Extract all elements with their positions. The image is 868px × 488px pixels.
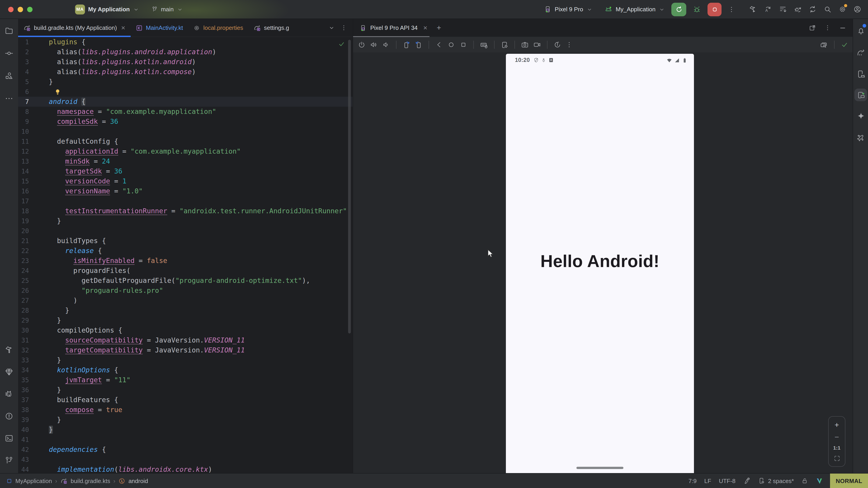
build-tool-button[interactable]	[0, 341, 18, 358]
notifications-tool-button[interactable]	[853, 23, 868, 39]
debug-button[interactable]	[692, 5, 701, 13]
apply-changes-icon[interactable]	[778, 5, 787, 13]
code-line[interactable]: 19 }	[18, 216, 352, 226]
terminal-tool-button[interactable]	[0, 430, 18, 447]
indent-widget[interactable]: 2 spaces*	[758, 477, 794, 484]
code-line[interactable]: 41	[18, 435, 352, 445]
apply-code-changes-icon[interactable]: A	[764, 5, 772, 13]
code-line[interactable]: 16 versionName = "1.0"	[18, 186, 352, 196]
close-window-button[interactable]	[8, 6, 13, 12]
project-tool-button[interactable]	[0, 23, 18, 39]
tab-options-kebab-icon[interactable]	[340, 24, 347, 31]
rotate-left-icon[interactable]	[402, 41, 410, 49]
highlighting-pen-icon[interactable]	[743, 477, 750, 484]
code-line[interactable]: 42dependencies {	[18, 445, 352, 455]
back-button-icon[interactable]	[435, 41, 443, 49]
code-line[interactable]: 37 buildFeatures {	[18, 395, 352, 405]
device-tab-pixel9[interactable]: Pixel 9 Pro API 34 ✕	[353, 19, 432, 37]
inspections-ok-icon[interactable]	[338, 41, 345, 47]
zoom-out-button[interactable]: −	[835, 433, 839, 441]
search-everywhere-icon[interactable]	[823, 5, 832, 13]
minimize-window-button[interactable]	[18, 6, 23, 12]
code-line[interactable]: 21 buildTypes {	[18, 236, 352, 246]
ideavim-icon[interactable]	[816, 477, 823, 484]
code-line[interactable]: 13 minSdk = 24	[18, 156, 352, 166]
code-line[interactable]: 28 }	[18, 305, 352, 315]
code-line[interactable]: 38 compose = true	[18, 405, 352, 415]
tab-mainactivity[interactable]: MainActivity.kt	[130, 19, 188, 37]
home-button-icon[interactable]	[447, 41, 455, 49]
volume-down-icon[interactable]	[382, 41, 390, 49]
tab-build-gradle[interactable]: build.gradle.kts (My Application) ✕	[18, 19, 130, 37]
device-settings-icon[interactable]	[500, 41, 508, 49]
power-button-icon[interactable]	[358, 41, 366, 49]
code-line[interactable]: 18 testInstrumentationRunner = "androidx…	[18, 206, 352, 216]
close-device-tab-icon[interactable]: ✕	[423, 25, 428, 31]
profiler-gem-tool-button[interactable]	[0, 364, 18, 380]
gemini-tool-button[interactable]	[853, 107, 868, 124]
device-check-icon[interactable]	[841, 41, 848, 48]
commit-tool-button[interactable]	[0, 45, 18, 61]
reset-device-icon[interactable]	[553, 41, 561, 49]
code-line[interactable]: 39 }	[18, 415, 352, 425]
hidden-tabs-chevron-icon[interactable]	[328, 24, 335, 31]
logcat-tool-button[interactable]	[0, 386, 18, 402]
more-tool-windows-button[interactable]	[0, 90, 18, 107]
zoom-in-button[interactable]: +	[835, 421, 839, 429]
code-editor[interactable]: 1plugins {2 alias(libs.plugins.android.a…	[18, 37, 352, 473]
zoom-actual-size-button[interactable]: 1:1	[833, 445, 840, 451]
code-line[interactable]: 8 namespace = "com.example.myapplication…	[18, 107, 352, 117]
code-line[interactable]: 2 alias(libs.plugins.android.application…	[18, 47, 352, 57]
code-line[interactable]: 30 compileOptions {	[18, 325, 352, 335]
version-control-tool-button[interactable]	[0, 452, 18, 468]
emulator-display-area[interactable]: 10:20 A Hello Android! +	[353, 53, 852, 473]
caret-position[interactable]: 7:9	[688, 477, 697, 484]
code-line[interactable]: 29 }	[18, 315, 352, 325]
hardware-input-icon[interactable]	[480, 40, 488, 49]
zoom-window-button[interactable]	[27, 6, 33, 12]
code-line[interactable]: 9 compileSdk = 36	[18, 117, 352, 127]
unlocked-padlock-icon[interactable]	[802, 477, 808, 484]
hide-panel-icon[interactable]	[839, 24, 846, 31]
code-line[interactable]: 36 }	[18, 385, 352, 395]
add-device-tab-button[interactable]: +	[437, 23, 441, 32]
airplane-tool-button[interactable]	[853, 129, 868, 145]
rerun-button[interactable]	[671, 2, 686, 16]
code-line[interactable]: 3 alias(libs.plugins.kotlin.android)	[18, 57, 352, 67]
ui-check-layered-search-icon[interactable]	[819, 41, 828, 49]
intention-bulb-icon[interactable]	[54, 89, 61, 95]
code-line[interactable]: 23 isMinifyEnabled = false	[18, 256, 352, 266]
profile-icon[interactable]	[853, 5, 862, 13]
zoom-to-fit-icon[interactable]	[833, 455, 840, 462]
code-line[interactable]: 15 versionCode = 1	[18, 176, 352, 186]
gradle-tool-button[interactable]	[853, 44, 868, 61]
code-line[interactable]: 7android {	[18, 97, 352, 107]
resource-manager-tool-button[interactable]	[0, 68, 18, 84]
open-in-new-window-icon[interactable]	[809, 24, 816, 31]
code-line[interactable]: 31 sourceCompatibility = JavaVersion.VER…	[18, 335, 352, 345]
code-line[interactable]: 24 proguardFiles(	[18, 266, 352, 275]
code-line[interactable]: 35 jvmTarget = "11"	[18, 375, 352, 385]
editor-scrollbar[interactable]	[348, 40, 351, 333]
sync-gradle-icon[interactable]	[808, 5, 817, 13]
running-devices-tool-button[interactable]	[853, 87, 868, 103]
code-line[interactable]: 4 alias(libs.plugins.kotlin.compose)	[18, 67, 352, 77]
code-line[interactable]: 27 )	[18, 295, 352, 305]
code-line[interactable]: 32 targetCompatibility = JavaVersion.VER…	[18, 345, 352, 355]
stop-button[interactable]	[708, 2, 721, 16]
device-manager-tool-button[interactable]	[853, 66, 868, 82]
file-encoding[interactable]: UTF-8	[719, 477, 736, 484]
toolbar-kebab-icon[interactable]	[565, 41, 573, 48]
code-line[interactable]: 26 "proguard-rules.pro"	[18, 286, 352, 295]
code-line[interactable]: 34 kotlinOptions {	[18, 365, 352, 375]
panel-options-kebab-icon[interactable]	[824, 24, 831, 31]
project-widget[interactable]: MA My Application	[75, 4, 139, 14]
code-line[interactable]: 20	[18, 226, 352, 236]
close-tab-icon[interactable]: ✕	[121, 25, 125, 31]
code-line[interactable]: 17	[18, 196, 352, 206]
code-line[interactable]: 40}	[18, 425, 352, 435]
rotate-right-icon[interactable]	[414, 41, 423, 49]
device-selector[interactable]: Pixel 9 Pro	[544, 5, 593, 13]
breadcrumb-module[interactable]: MyApplication	[16, 477, 52, 484]
code-line[interactable]: 25 getDefaultProguardFile("proguard-andr…	[18, 275, 352, 286]
